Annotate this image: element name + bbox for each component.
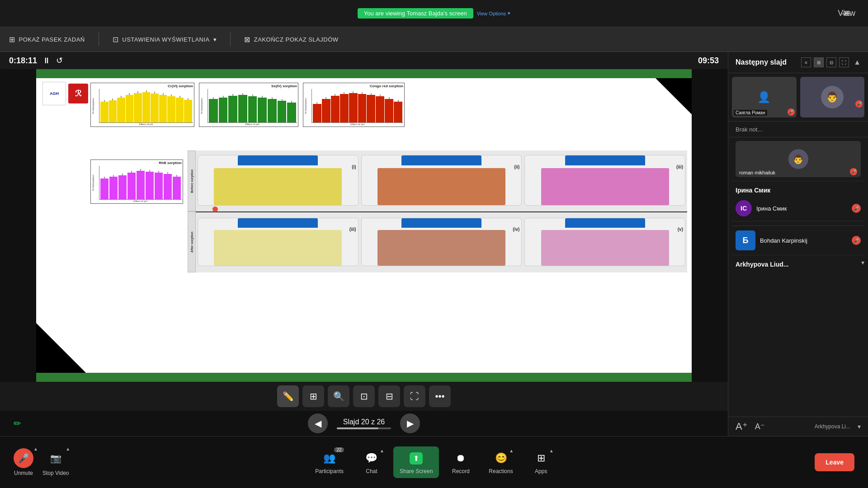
participants-button[interactable]: 👥 ▲ 22 Participants bbox=[309, 446, 350, 478]
bottle-label-iv: (iv) bbox=[513, 227, 519, 232]
leave-button[interactable]: Leave bbox=[815, 453, 854, 471]
prev-slide-button[interactable]: ◀ bbox=[308, 413, 328, 433]
chart-congo-red: Congo red sorption % Adsorption bbox=[303, 83, 405, 127]
slide-bottom-green-bar bbox=[36, 373, 692, 382]
bar-cr-8 bbox=[159, 95, 167, 122]
avatar-bohdan: Б bbox=[736, 230, 755, 250]
bar-congo-6 bbox=[358, 94, 367, 122]
bar-cr-4 bbox=[126, 95, 134, 122]
record-label: Record bbox=[452, 468, 470, 474]
slide-controls: 0:18:11 ⏸ ↺ bbox=[9, 56, 63, 66]
bar-cr-2 bbox=[109, 100, 117, 122]
increase-text-button[interactable]: A⁺ bbox=[736, 421, 748, 432]
bottle-body-ii bbox=[377, 168, 505, 205]
apps-caret: ▲ bbox=[549, 448, 554, 453]
chart-congo-y-label: % Adsorption bbox=[304, 98, 307, 114]
show-taskbar-button[interactable]: ⊞ POKAŻ PASEK ZADAŃ bbox=[9, 35, 85, 44]
chart-se-x-label: Effect of pH bbox=[208, 123, 297, 126]
bottle-v: (v) bbox=[524, 218, 685, 266]
participant-irina: ІС Ірина Смик 🎤 bbox=[732, 196, 864, 221]
chart-congo-title: Congo red sorption bbox=[304, 84, 403, 88]
bottle-body-i bbox=[214, 168, 342, 205]
arkhypova-footer-expand[interactable]: ▾ bbox=[858, 423, 861, 430]
pen-indicator[interactable]: ✏ bbox=[9, 415, 25, 432]
large-grid-view-button[interactable]: ⊟ bbox=[826, 57, 836, 67]
subtitle-tool-button[interactable]: ⊟ bbox=[378, 385, 400, 407]
chart-rhb-y-label: % Adsorption bbox=[92, 175, 94, 191]
irina-mic: 🎤 bbox=[852, 204, 861, 213]
share-icon-box: ⬆ bbox=[410, 452, 423, 465]
fullscreen-view-button[interactable]: ⛶ bbox=[839, 57, 849, 67]
bar-rhb-3 bbox=[118, 175, 127, 199]
page-progress-bar bbox=[337, 427, 391, 429]
apps-icon: ⊞ ▲ bbox=[533, 450, 549, 466]
research-logo: ℛ bbox=[68, 84, 88, 103]
arkhypova-group-label: Arkhypova Liud... bbox=[732, 255, 792, 270]
bar-congo-5 bbox=[349, 93, 358, 122]
bar-congo-4 bbox=[340, 94, 349, 122]
roman-video-thumb: 👨 roman mikhailuk 🎤 bbox=[736, 141, 861, 177]
sidebar-header: Następny slajd ≡ ⊞ ⊟ ⛶ ▲ bbox=[728, 52, 868, 73]
video-thumbs: 👤 Саягла Роман 🎤 👨 🎤 bbox=[728, 73, 868, 122]
video-thumb-saygla: 👤 Саягла Роман 🎤 bbox=[732, 77, 797, 117]
page-progress-fill bbox=[337, 427, 378, 429]
close-button[interactable]: ✕ bbox=[843, 9, 850, 19]
search-tool-button[interactable]: 🔍 bbox=[328, 385, 349, 407]
roman-video-section: 👨 roman mikhailuk 🎤 bbox=[732, 137, 864, 181]
thumb-face-roman: 👨 bbox=[800, 77, 865, 117]
bottom-center-tools: 👥 ▲ 22 Participants 💬 ▲ Chat ⬆ Share Scr… bbox=[309, 446, 559, 478]
arkhypova-expand-button[interactable]: ▾ bbox=[861, 259, 864, 266]
unmute-icon: 🎤 bbox=[14, 448, 33, 468]
view-options-button[interactable]: View Options ▾ bbox=[477, 10, 511, 16]
bottle-iii-before: (iii) bbox=[524, 155, 685, 206]
display-settings-button[interactable]: ⊡ USTAWIENIA WYŚWIETLANIA ▾ bbox=[113, 35, 217, 44]
restart-button[interactable]: ↺ bbox=[56, 56, 63, 66]
bar-se-7 bbox=[268, 99, 277, 122]
thumb-name-saygla: Саягла Роман bbox=[734, 110, 767, 116]
collapse-sidebar-button[interactable]: ▲ bbox=[854, 58, 861, 66]
list-view-button[interactable]: ≡ bbox=[801, 57, 811, 67]
bottle-cap-iv bbox=[401, 218, 481, 228]
record-button[interactable]: ⏺ Record bbox=[443, 446, 479, 478]
video-tool-button[interactable]: ⛶ bbox=[404, 385, 425, 407]
chat-button[interactable]: 💬 ▲ Chat bbox=[354, 446, 390, 478]
slide-black-triangle-bl bbox=[36, 323, 86, 373]
bar-cr-11 bbox=[184, 100, 192, 122]
slide-pagination: ◀ Slajd 20 z 26 ▶ bbox=[0, 411, 728, 436]
chat-caret: ▲ bbox=[380, 448, 384, 453]
next-slide-button[interactable]: ▶ bbox=[400, 413, 420, 433]
after-bottles-row: (iii) (iv) (v) bbox=[198, 215, 685, 269]
end-presentation-button[interactable]: ⊠ ZAKOŃCZ POKAZ SLAJDÓW bbox=[244, 35, 338, 44]
notes-label: Brak not... bbox=[736, 126, 762, 133]
bar-rhb-7 bbox=[155, 173, 163, 199]
stop-video-icon: 📷 bbox=[46, 448, 66, 468]
pen-tool-button[interactable]: ✏️ bbox=[277, 385, 299, 407]
grid-view-button[interactable]: ⊞ bbox=[814, 57, 824, 67]
bar-congo-1 bbox=[313, 104, 321, 122]
share-screen-button[interactable]: ⬆ Share Screen bbox=[393, 446, 439, 478]
bar-se-9 bbox=[287, 103, 296, 122]
pause-button[interactable]: ⏸ bbox=[42, 56, 51, 66]
apps-button[interactable]: ⊞ ▲ Apps bbox=[523, 446, 559, 478]
chart-congo-bars bbox=[311, 89, 403, 123]
chart-cr-x-label: Effect of pH bbox=[99, 123, 193, 126]
grid-tool-button[interactable]: ⊞ bbox=[302, 385, 324, 407]
record-icon: ⏺ bbox=[453, 450, 469, 466]
stop-video-group[interactable]: 📷 ▲ Stop Video bbox=[42, 448, 69, 476]
bar-se-8 bbox=[278, 101, 287, 122]
more-tool-button[interactable]: ••• bbox=[429, 385, 451, 407]
bar-se-3 bbox=[228, 96, 237, 122]
decrease-text-button[interactable]: A⁻ bbox=[755, 422, 765, 432]
chart-congo-inner: % Adsorption bbox=[304, 89, 403, 126]
reactions-button[interactable]: 😊 ▲ Reactions bbox=[482, 446, 519, 478]
unmute-group[interactable]: 🎤 ▲ Unmute bbox=[14, 448, 33, 476]
page-info: Slajd 20 z 26 bbox=[337, 418, 391, 429]
pointer-tool-button[interactable]: ⊡ bbox=[353, 385, 375, 407]
chart-cr-title: Cr(VI) sorption bbox=[92, 84, 193, 88]
irina-group-header: Ірина Смик bbox=[732, 181, 864, 196]
bar-rhb-9 bbox=[173, 177, 181, 199]
bottle-cap-i bbox=[238, 155, 318, 165]
view-options-label: View Options bbox=[477, 11, 506, 16]
share-arrow-icon: ⬆ bbox=[413, 454, 419, 463]
stop-video-icon-wrap: 📷 ▲ bbox=[46, 448, 66, 468]
